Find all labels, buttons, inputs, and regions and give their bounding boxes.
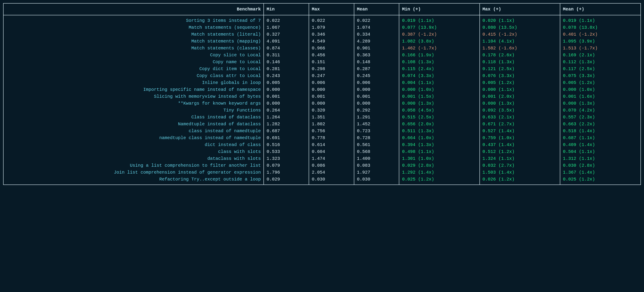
cell-max-plus: 0.415 (-1.2x)	[480, 31, 560, 38]
cell-mean: 0.000	[354, 86, 399, 93]
table-row: Class instead of dataclass1.2641.3511.29…	[4, 114, 640, 121]
cell-max-plus: 0.032 (2.7x)	[480, 162, 560, 169]
cell-benchmark: dict instead of class	[4, 141, 264, 148]
cell-min-plus: 0.058 (4.5x)	[399, 107, 480, 114]
cell-max-plus: 0.118 (1.3x)	[480, 58, 560, 65]
cell-min: 0.264	[264, 107, 309, 114]
table-row: Join list comprehension instead of gener…	[4, 169, 640, 176]
cell-mean-plus: 1.312 (1.1x)	[560, 155, 640, 162]
cell-min: 0.000	[264, 100, 309, 107]
cell-min: 0.079	[264, 162, 309, 169]
cell-min: 0.243	[264, 72, 309, 79]
cell-mean: 0.001	[354, 93, 399, 100]
cell-mean: 0.030	[354, 176, 399, 185]
cell-max-plus: 0.005 (1.2x)	[480, 79, 560, 86]
cell-max: 0.001	[309, 93, 354, 100]
cell-max: 0.006	[309, 79, 354, 86]
cell-mean-plus: 0.663 (2.2x)	[560, 121, 640, 128]
cell-min: 0.874	[264, 45, 309, 52]
cell-max: 0.298	[309, 65, 354, 72]
cell-mean: 1.291	[354, 114, 399, 121]
cell-max: 0.320	[309, 107, 354, 114]
cell-mean-plus: 0.518 (1.4x)	[560, 128, 640, 134]
cell-min-plus: 1.082 (3.8x)	[399, 38, 480, 45]
cell-min: 0.327	[264, 31, 309, 38]
col-benchmark: Benchmark	[4, 3, 264, 15]
cell-min: 1.264	[264, 114, 309, 121]
table-row: namedtuple class instead of namedtuple0.…	[4, 134, 640, 141]
cell-max: 0.346	[309, 31, 354, 38]
cell-mean-plus: 0.401 (-1.2x)	[560, 31, 640, 38]
cell-max-plus: 1.582 (-1.6x)	[480, 45, 560, 52]
cell-min-plus: 0.001 (1.5x)	[399, 93, 480, 100]
cell-max-plus: 0.437 (1.4x)	[480, 141, 560, 148]
cell-max: 0.000	[309, 100, 354, 107]
cell-min: 1.796	[264, 169, 309, 176]
cell-max-plus: 0.527 (1.4x)	[480, 128, 560, 134]
table-row: Using a list comprehension to filter ano…	[4, 162, 640, 169]
cell-max-plus: 0.076 (3.3x)	[480, 72, 560, 79]
cell-mean: 0.148	[354, 58, 399, 65]
cell-mean-plus: 1.095 (3.9x)	[560, 38, 640, 45]
cell-mean-plus: 0.019 (1.1x)	[560, 15, 640, 24]
cell-mean-plus: 0.112 (1.3x)	[560, 58, 640, 65]
cell-min-plus: 0.029 (2.8x)	[399, 162, 480, 169]
cell-min-plus: 0.656 (2.0x)	[399, 121, 480, 128]
cell-mean: 0.723	[354, 128, 399, 134]
benchmark-table-container: Benchmark Min Max Mean Min (+) Max (+) M…	[3, 3, 641, 185]
table-row: Namedtuple instead of dataclass1.2821.80…	[4, 121, 640, 128]
cell-min-plus: 0.664 (1.0x)	[399, 134, 480, 141]
cell-mean: 1.927	[354, 169, 399, 176]
cell-mean: 0.083	[354, 162, 399, 169]
cell-min-plus: 0.108 (1.3x)	[399, 58, 480, 65]
table-row: Copy dict item to Local0.2810.2980.2870.…	[4, 65, 640, 72]
cell-max: 0.022	[309, 15, 354, 24]
table-row: Importing specific name instead of names…	[4, 86, 640, 93]
cell-min-plus: 1.292 (1.4x)	[399, 169, 480, 176]
cell-benchmark: Copy dict item to Local	[4, 65, 264, 72]
col-mean: Mean	[354, 3, 399, 15]
cell-benchmark: **Kwargs for known keyword args	[4, 100, 264, 107]
cell-mean-plus: 0.075 (3.3x)	[560, 72, 640, 79]
cell-max: 0.086	[309, 162, 354, 169]
cell-mean: 0.561	[354, 141, 399, 148]
cell-max-plus: 0.020 (1.1x)	[480, 15, 560, 24]
table-row: Match statements (literal)0.3270.3460.33…	[4, 31, 640, 38]
cell-min: 0.005	[264, 79, 309, 86]
table-row: Copy class attr to Local0.2430.2470.2450…	[4, 72, 640, 79]
cell-min-plus: 1.301 (1.0x)	[399, 155, 480, 162]
cell-max: 2.054	[309, 169, 354, 176]
cell-mean: 0.568	[354, 148, 399, 155]
table-row: Copy slice to Local0.3110.4560.3630.166 …	[4, 52, 640, 58]
cell-mean: 0.006	[354, 79, 399, 86]
cell-min-plus: 0.074 (3.3x)	[399, 72, 480, 79]
cell-benchmark: Using a list comprehension to filter ano…	[4, 162, 264, 169]
cell-mean-plus: 0.000 (1.0x)	[560, 86, 640, 93]
cell-mean-plus: 0.117 (2.5x)	[560, 65, 640, 72]
cell-benchmark: Refactoring Try..except outside a loop	[4, 176, 264, 185]
cell-mean: 0.245	[354, 72, 399, 79]
cell-min-plus: 0.166 (1.9x)	[399, 52, 480, 58]
table-row: Slicing with memoryview instead of bytes…	[4, 93, 640, 100]
cell-max-plus: 0.000 (1.3x)	[480, 100, 560, 107]
col-max: Max	[309, 3, 354, 15]
table-row: Match statements (classes)0.8740.9660.90…	[4, 45, 640, 52]
cell-mean-plus: 0.000 (1.3x)	[560, 100, 640, 107]
cell-benchmark: Namedtuple instead of dataclass	[4, 121, 264, 128]
cell-min: 0.000	[264, 86, 309, 93]
cell-benchmark: Copy class attr to Local	[4, 72, 264, 79]
cell-benchmark: Copy slice to Local	[4, 52, 264, 58]
cell-min: 0.281	[264, 65, 309, 72]
cell-min-plus: 0.000 (1.3x)	[399, 100, 480, 107]
cell-max-plus: 0.092 (3.5x)	[480, 107, 560, 114]
col-mean-plus: Mean (+)	[560, 3, 640, 15]
cell-max: 0.614	[309, 141, 354, 148]
cell-min: 0.533	[264, 148, 309, 155]
cell-min-plus: 0.387 (-1.2x)	[399, 31, 480, 38]
cell-min-plus: 0.394 (1.3x)	[399, 141, 480, 148]
cell-max: 1.802	[309, 121, 354, 128]
cell-benchmark: Match statements (classes)	[4, 45, 264, 52]
cell-max: 0.778	[309, 134, 354, 141]
cell-min: 1.067	[264, 24, 309, 31]
cell-mean: 1.074	[354, 24, 399, 31]
